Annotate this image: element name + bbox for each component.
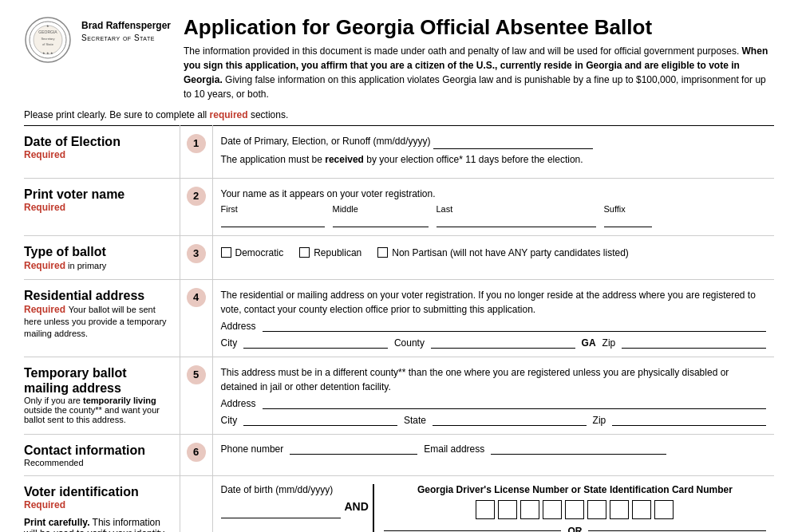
ballot-types: Democratic Republican Non Partisan (will… (221, 247, 767, 258)
section-5-para: This address must be in a different coun… (221, 365, 767, 394)
section-1-circle: 1 (187, 134, 206, 153)
section-5-title: Temporary ballot mailing address (24, 365, 172, 396)
dl-box-5[interactable] (565, 500, 584, 519)
section-2-row: Print voter name Required 2 Your name as… (24, 178, 774, 235)
dl-box-6[interactable] (587, 500, 606, 519)
voter-id-left: Voter identification Required Print care… (24, 475, 180, 532)
voter-id-content: Date of birth (mm/dd/yyyy) AND Georgia D… (221, 484, 767, 532)
section-2-num: 2 (180, 178, 212, 235)
svg-text:★: ★ (46, 24, 49, 28)
dl-boxes (384, 500, 766, 519)
phone-label: Phone number (221, 443, 284, 455)
state-label: GA (582, 337, 596, 349)
page: GEORGIA Secretary of State ★ ★ ★ ★ Brad … (0, 0, 798, 532)
phone-field[interactable] (290, 443, 417, 455)
dl-box-2[interactable] (498, 500, 517, 519)
dl-box-9[interactable] (654, 500, 674, 519)
voter-id-title: Voter identification (24, 484, 172, 499)
voter-id-right: Date of birth (mm/dd/yyyy) AND Georgia D… (212, 475, 774, 532)
republican-option[interactable]: Republican (299, 247, 361, 258)
temp-state-label: State (404, 415, 426, 426)
section-4-circle: 4 (187, 288, 206, 307)
section-4-title: Residential address (24, 288, 172, 303)
email-field[interactable] (491, 443, 666, 455)
voter-id-row: Voter identification Required Print care… (24, 475, 774, 532)
dl-box-3[interactable] (520, 500, 539, 519)
zip-field[interactable] (622, 337, 766, 349)
section-4-required-note: Required Your ballot will be sent here u… (24, 303, 172, 339)
city-county-zip-row: City County GA Zip (221, 337, 767, 349)
democratic-checkbox[interactable] (221, 247, 231, 258)
zip-label: Zip (602, 337, 616, 349)
secretary-name: Brad Raffensperger (81, 19, 171, 33)
dob-label: Date of birth (mm/dd/yyyy) (221, 484, 341, 495)
secretary-title: Secretary of State (81, 33, 171, 44)
first-label: First (221, 204, 325, 214)
nonpartisan-checkbox[interactable] (377, 247, 388, 258)
section-2-left: Print voter name Required (24, 178, 180, 235)
section-5-num: 5 (180, 357, 212, 434)
section-6-recommended: Recommended (24, 458, 172, 467)
or-label: OR (567, 526, 582, 532)
last-name-field[interactable] (437, 215, 596, 227)
temp-city-field[interactable] (243, 414, 397, 426)
contact-row: Phone number Email address (221, 443, 767, 455)
section-1-required: Required (24, 149, 172, 160)
section-6-circle: 6 (187, 443, 206, 462)
democratic-option[interactable]: Democratic (221, 247, 284, 258)
section-6-right: Phone number Email address (212, 434, 774, 475)
dl-box-8[interactable] (632, 500, 651, 519)
dl-box-7[interactable] (610, 500, 629, 519)
section-4-right: The residential or mailing address on yo… (212, 279, 774, 357)
nonpartisan-option[interactable]: Non Partisan (will not have ANY party ca… (377, 247, 629, 258)
secretary-info: Brad Raffensperger Secretary of State (81, 16, 171, 44)
republican-label: Republican (314, 247, 361, 258)
or-divider: OR (384, 526, 766, 532)
section-1-right: Date of Primary, Election, or Runoff (mm… (212, 125, 774, 178)
voter-id-num-col (180, 475, 212, 532)
section-1-title: Date of Election (24, 134, 172, 149)
section-5-left: Temporary ballot mailing address Only if… (24, 357, 180, 434)
svg-text:GEORGIA: GEORGIA (38, 30, 57, 34)
suffix-label: Suffix (604, 204, 652, 214)
form-table: Date of Election Required 1 Date of Prim… (24, 125, 774, 532)
dob-field[interactable] (221, 506, 341, 518)
temp-state-field[interactable] (433, 414, 587, 426)
voter-id-required: Required (24, 499, 172, 510)
dl-box-1[interactable] (476, 500, 495, 519)
suffix-group: Suffix (604, 204, 652, 227)
middle-label: Middle (333, 204, 429, 214)
temp-address-field[interactable] (263, 397, 766, 409)
section-2-right: Your name as it appears on your voter re… (212, 178, 774, 235)
section-1-left: Date of Election Required (24, 125, 180, 178)
middle-name-field[interactable] (333, 215, 429, 227)
section-6-title: Contact information (24, 443, 172, 458)
first-name-field[interactable] (221, 215, 325, 227)
section-6-row: Contact information Recommended 6 Phone … (24, 434, 774, 475)
section-6-num: 6 (180, 434, 212, 475)
voter-id-note: Print carefully. This information will b… (24, 517, 172, 532)
temp-address-label: Address (221, 398, 256, 409)
address-field[interactable] (263, 320, 766, 332)
voter-name-instruction: Your name as it appears on your voter re… (221, 187, 767, 201)
section-2-title: Print voter name (24, 187, 172, 202)
temp-zip-label: Zip (593, 415, 606, 426)
democratic-label: Democratic (235, 247, 284, 258)
dl-section: Georgia Driver's License Number or State… (373, 484, 766, 532)
temp-zip-field[interactable] (612, 414, 766, 426)
middle-name-group: Middle (333, 204, 429, 227)
header-body: The information provided in this documen… (184, 44, 774, 101)
section-5-circle: 5 (187, 365, 206, 384)
date-field[interactable] (433, 134, 593, 149)
city-field[interactable] (243, 337, 388, 349)
section-2-required: Required (24, 202, 172, 213)
and-label: AND (341, 484, 373, 513)
section-4-num: 4 (180, 279, 212, 357)
first-name-group: First (221, 204, 325, 227)
suffix-field[interactable] (604, 215, 652, 227)
section-3-row: Type of ballot Required in primary 3 Dem… (24, 235, 774, 279)
county-field[interactable] (431, 337, 575, 349)
city-label: City (221, 337, 238, 349)
republican-checkbox[interactable] (299, 247, 310, 258)
dl-box-4[interactable] (543, 500, 562, 519)
